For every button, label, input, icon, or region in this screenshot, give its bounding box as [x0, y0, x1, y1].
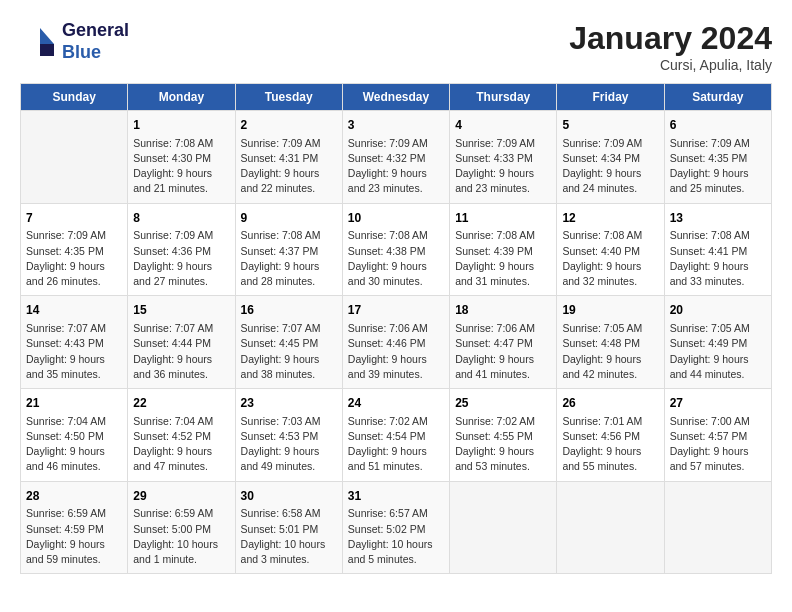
day-number: 20 [670, 302, 766, 319]
calendar-week-3: 14Sunrise: 7:07 AM Sunset: 4:43 PM Dayli… [21, 296, 772, 389]
day-number: 14 [26, 302, 122, 319]
day-info: Sunrise: 6:59 AM Sunset: 5:00 PM Dayligh… [133, 506, 229, 567]
calendar-week-2: 7Sunrise: 7:09 AM Sunset: 4:35 PM Daylig… [21, 203, 772, 296]
logo-line1: General [62, 20, 129, 42]
svg-marker-0 [40, 28, 54, 44]
calendar-cell: 20Sunrise: 7:05 AM Sunset: 4:49 PM Dayli… [664, 296, 771, 389]
calendar-cell: 21Sunrise: 7:04 AM Sunset: 4:50 PM Dayli… [21, 389, 128, 482]
day-number: 17 [348, 302, 444, 319]
calendar-cell: 17Sunrise: 7:06 AM Sunset: 4:46 PM Dayli… [342, 296, 449, 389]
calendar-cell: 2Sunrise: 7:09 AM Sunset: 4:31 PM Daylig… [235, 111, 342, 204]
day-header-friday: Friday [557, 84, 664, 111]
day-info: Sunrise: 7:03 AM Sunset: 4:53 PM Dayligh… [241, 414, 337, 475]
day-header-tuesday: Tuesday [235, 84, 342, 111]
day-info: Sunrise: 6:57 AM Sunset: 5:02 PM Dayligh… [348, 506, 444, 567]
day-number: 12 [562, 210, 658, 227]
calendar-cell: 18Sunrise: 7:06 AM Sunset: 4:47 PM Dayli… [450, 296, 557, 389]
day-header-monday: Monday [128, 84, 235, 111]
day-number: 16 [241, 302, 337, 319]
day-number: 27 [670, 395, 766, 412]
day-number: 29 [133, 488, 229, 505]
calendar-cell: 13Sunrise: 7:08 AM Sunset: 4:41 PM Dayli… [664, 203, 771, 296]
calendar-cell [557, 481, 664, 574]
day-info: Sunrise: 7:07 AM Sunset: 4:43 PM Dayligh… [26, 321, 122, 382]
day-info: Sunrise: 7:06 AM Sunset: 4:46 PM Dayligh… [348, 321, 444, 382]
day-info: Sunrise: 7:08 AM Sunset: 4:30 PM Dayligh… [133, 136, 229, 197]
day-info: Sunrise: 7:06 AM Sunset: 4:47 PM Dayligh… [455, 321, 551, 382]
day-number: 6 [670, 117, 766, 134]
day-number: 9 [241, 210, 337, 227]
day-number: 19 [562, 302, 658, 319]
calendar-cell: 9Sunrise: 7:08 AM Sunset: 4:37 PM Daylig… [235, 203, 342, 296]
day-number: 7 [26, 210, 122, 227]
day-number: 11 [455, 210, 551, 227]
day-info: Sunrise: 7:00 AM Sunset: 4:57 PM Dayligh… [670, 414, 766, 475]
calendar-cell: 15Sunrise: 7:07 AM Sunset: 4:44 PM Dayli… [128, 296, 235, 389]
calendar-header: SundayMondayTuesdayWednesdayThursdayFrid… [21, 84, 772, 111]
day-number: 13 [670, 210, 766, 227]
day-number: 25 [455, 395, 551, 412]
location-subtitle: Cursi, Apulia, Italy [569, 57, 772, 73]
day-info: Sunrise: 7:05 AM Sunset: 4:48 PM Dayligh… [562, 321, 658, 382]
day-info: Sunrise: 6:59 AM Sunset: 4:59 PM Dayligh… [26, 506, 122, 567]
calendar-cell: 29Sunrise: 6:59 AM Sunset: 5:00 PM Dayli… [128, 481, 235, 574]
day-info: Sunrise: 7:02 AM Sunset: 4:55 PM Dayligh… [455, 414, 551, 475]
day-header-wednesday: Wednesday [342, 84, 449, 111]
calendar-cell: 5Sunrise: 7:09 AM Sunset: 4:34 PM Daylig… [557, 111, 664, 204]
calendar-cell: 26Sunrise: 7:01 AM Sunset: 4:56 PM Dayli… [557, 389, 664, 482]
day-number: 15 [133, 302, 229, 319]
day-info: Sunrise: 7:09 AM Sunset: 4:35 PM Dayligh… [26, 228, 122, 289]
calendar-cell: 12Sunrise: 7:08 AM Sunset: 4:40 PM Dayli… [557, 203, 664, 296]
calendar-cell: 10Sunrise: 7:08 AM Sunset: 4:38 PM Dayli… [342, 203, 449, 296]
calendar-week-5: 28Sunrise: 6:59 AM Sunset: 4:59 PM Dayli… [21, 481, 772, 574]
day-info: Sunrise: 7:09 AM Sunset: 4:36 PM Dayligh… [133, 228, 229, 289]
day-number: 2 [241, 117, 337, 134]
calendar-cell: 6Sunrise: 7:09 AM Sunset: 4:35 PM Daylig… [664, 111, 771, 204]
day-number: 18 [455, 302, 551, 319]
day-info: Sunrise: 7:09 AM Sunset: 4:33 PM Dayligh… [455, 136, 551, 197]
day-info: Sunrise: 7:09 AM Sunset: 4:32 PM Dayligh… [348, 136, 444, 197]
day-number: 23 [241, 395, 337, 412]
month-title: January 2024 [569, 20, 772, 57]
calendar-cell: 1Sunrise: 7:08 AM Sunset: 4:30 PM Daylig… [128, 111, 235, 204]
calendar-cell [664, 481, 771, 574]
calendar-cell: 8Sunrise: 7:09 AM Sunset: 4:36 PM Daylig… [128, 203, 235, 296]
logo: General Blue [20, 20, 129, 63]
day-info: Sunrise: 7:04 AM Sunset: 4:50 PM Dayligh… [26, 414, 122, 475]
calendar-cell: 14Sunrise: 7:07 AM Sunset: 4:43 PM Dayli… [21, 296, 128, 389]
calendar-cell: 11Sunrise: 7:08 AM Sunset: 4:39 PM Dayli… [450, 203, 557, 296]
day-info: Sunrise: 7:07 AM Sunset: 4:44 PM Dayligh… [133, 321, 229, 382]
calendar-cell: 7Sunrise: 7:09 AM Sunset: 4:35 PM Daylig… [21, 203, 128, 296]
day-info: Sunrise: 7:08 AM Sunset: 4:40 PM Dayligh… [562, 228, 658, 289]
calendar-cell: 28Sunrise: 6:59 AM Sunset: 4:59 PM Dayli… [21, 481, 128, 574]
page-header: General Blue January 2024 Cursi, Apulia,… [20, 20, 772, 73]
day-info: Sunrise: 7:07 AM Sunset: 4:45 PM Dayligh… [241, 321, 337, 382]
calendar-week-4: 21Sunrise: 7:04 AM Sunset: 4:50 PM Dayli… [21, 389, 772, 482]
calendar-cell: 25Sunrise: 7:02 AM Sunset: 4:55 PM Dayli… [450, 389, 557, 482]
logo-line2: Blue [62, 42, 129, 64]
day-number: 21 [26, 395, 122, 412]
day-number: 31 [348, 488, 444, 505]
day-number: 30 [241, 488, 337, 505]
day-info: Sunrise: 7:04 AM Sunset: 4:52 PM Dayligh… [133, 414, 229, 475]
day-info: Sunrise: 7:09 AM Sunset: 4:34 PM Dayligh… [562, 136, 658, 197]
day-info: Sunrise: 7:01 AM Sunset: 4:56 PM Dayligh… [562, 414, 658, 475]
logo-icon [20, 24, 56, 60]
calendar-cell [21, 111, 128, 204]
calendar-cell: 27Sunrise: 7:00 AM Sunset: 4:57 PM Dayli… [664, 389, 771, 482]
day-info: Sunrise: 7:02 AM Sunset: 4:54 PM Dayligh… [348, 414, 444, 475]
calendar-table: SundayMondayTuesdayWednesdayThursdayFrid… [20, 83, 772, 574]
day-number: 26 [562, 395, 658, 412]
day-header-sunday: Sunday [21, 84, 128, 111]
calendar-cell: 19Sunrise: 7:05 AM Sunset: 4:48 PM Dayli… [557, 296, 664, 389]
day-info: Sunrise: 7:08 AM Sunset: 4:39 PM Dayligh… [455, 228, 551, 289]
day-number: 5 [562, 117, 658, 134]
day-header-saturday: Saturday [664, 84, 771, 111]
day-header-thursday: Thursday [450, 84, 557, 111]
calendar-cell: 3Sunrise: 7:09 AM Sunset: 4:32 PM Daylig… [342, 111, 449, 204]
calendar-cell: 22Sunrise: 7:04 AM Sunset: 4:52 PM Dayli… [128, 389, 235, 482]
day-info: Sunrise: 7:05 AM Sunset: 4:49 PM Dayligh… [670, 321, 766, 382]
day-number: 28 [26, 488, 122, 505]
day-number: 8 [133, 210, 229, 227]
day-number: 1 [133, 117, 229, 134]
